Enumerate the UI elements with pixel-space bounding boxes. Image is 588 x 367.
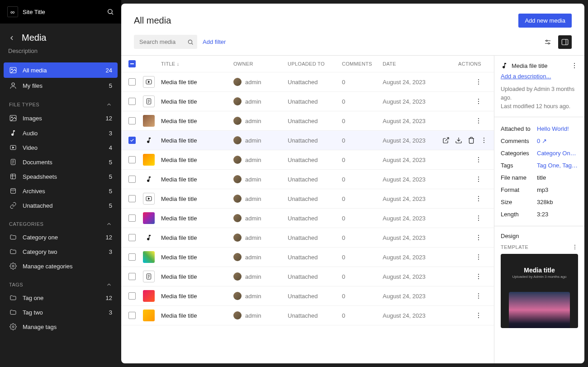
row-title: Media file title xyxy=(161,137,233,144)
sidebar-item-tag-one[interactable]: Tag one12 xyxy=(4,291,118,305)
row-title: Media file title xyxy=(161,215,233,222)
back-icon[interactable] xyxy=(8,34,15,42)
col-owner[interactable]: OWNER xyxy=(233,61,288,67)
sidebar-item-archives[interactable]: Archives5 xyxy=(4,184,118,198)
categories-heading[interactable]: CATEGORIES xyxy=(0,213,121,230)
more-icon[interactable] xyxy=(474,175,483,184)
table-row[interactable]: Media file titleadminUnattached0August 2… xyxy=(121,306,494,325)
search-icon[interactable] xyxy=(107,8,114,15)
sidebar-item-documents[interactable]: Documents5 xyxy=(4,155,118,169)
table-row[interactable]: Media file titleadminUnattached0August 2… xyxy=(121,92,494,111)
search-input[interactable] xyxy=(138,35,187,49)
tags-heading[interactable]: TAGS xyxy=(0,273,121,291)
sidebar-item-audio[interactable]: Audio3 xyxy=(4,126,118,140)
more-icon[interactable] xyxy=(474,155,483,164)
thumbnail xyxy=(143,212,155,224)
table-row[interactable]: Media file titleadminUnattached0August 2… xyxy=(121,72,494,92)
folder-icon xyxy=(9,309,17,316)
row-checkbox[interactable] xyxy=(128,156,136,163)
trash-icon[interactable] xyxy=(467,136,476,145)
more-icon[interactable] xyxy=(474,77,483,86)
row-checkbox[interactable] xyxy=(128,253,136,261)
row-checkbox[interactable] xyxy=(128,176,136,183)
attached-to-link[interactable]: Hello World! xyxy=(537,125,578,132)
svg-point-4 xyxy=(12,83,14,86)
more-icon[interactable] xyxy=(571,62,578,69)
download-icon[interactable] xyxy=(454,136,463,145)
row-checkbox[interactable] xyxy=(128,292,136,300)
avatar xyxy=(233,175,242,183)
more-icon[interactable] xyxy=(572,244,578,250)
table-row[interactable]: Media file titleadminUnattached0August 2… xyxy=(121,228,494,248)
search-field[interactable] xyxy=(134,35,197,49)
more-icon[interactable] xyxy=(474,291,483,300)
more-icon[interactable] xyxy=(474,272,483,281)
panel-toggle-button[interactable] xyxy=(558,35,572,49)
more-icon[interactable] xyxy=(474,194,483,203)
audio-icon xyxy=(9,129,17,137)
table-row[interactable]: Media file titleadminUnattached0August 2… xyxy=(121,150,494,170)
table-row[interactable]: Media file titleadminUnattached0August 2… xyxy=(121,189,494,209)
sidebar-item-video[interactable]: Video4 xyxy=(4,140,118,155)
sidebar-item-unattached[interactable]: Unattached5 xyxy=(4,198,118,213)
sidebar-item-my-files[interactable]: My files5 xyxy=(4,78,118,93)
row-checkbox[interactable] xyxy=(128,117,136,124)
add-description-link[interactable]: Add a description... xyxy=(501,73,551,80)
row-checkbox[interactable] xyxy=(128,137,136,144)
sidebar-item-speadsheets[interactable]: Speadsheets5 xyxy=(4,169,118,184)
avatar xyxy=(233,292,242,300)
categories-link[interactable]: Category One, Cat... xyxy=(537,150,578,157)
sidebar-item-tag-two[interactable]: Tag two3 xyxy=(4,305,118,319)
add-filter-link[interactable]: Add filter xyxy=(203,38,226,45)
more-icon[interactable] xyxy=(479,136,488,145)
comments-link[interactable]: 0 ↗ xyxy=(537,138,578,144)
tags-link[interactable]: Tag One, Tag Two,... xyxy=(537,162,578,169)
col-comments[interactable]: COMMENTS xyxy=(342,61,383,67)
more-icon[interactable] xyxy=(474,233,483,242)
col-uploaded-to[interactable]: UPLOADED TO xyxy=(288,61,342,67)
select-all-checkbox[interactable] xyxy=(128,60,136,67)
more-icon[interactable] xyxy=(474,214,483,223)
thumbnail xyxy=(143,115,155,127)
col-date[interactable]: DATE xyxy=(383,61,441,67)
sidebar-item-category-two[interactable]: Category two3 xyxy=(4,244,118,259)
more-icon[interactable] xyxy=(474,253,483,262)
table-row[interactable]: Media file titleadminUnattached0August 2… xyxy=(121,267,494,286)
row-checkbox[interactable] xyxy=(128,195,136,202)
row-checkbox[interactable] xyxy=(128,214,136,222)
avatar xyxy=(233,117,242,125)
more-icon[interactable] xyxy=(474,116,483,125)
settings-icon[interactable] xyxy=(541,35,555,49)
open-icon[interactable] xyxy=(441,136,450,145)
modified-meta: Last modified 12 hours ago. xyxy=(501,102,578,111)
col-title[interactable]: TITLE ↓ xyxy=(161,61,233,67)
row-checkbox[interactable] xyxy=(128,98,136,105)
row-checkbox[interactable] xyxy=(128,78,136,86)
sidebar-item-all-media[interactable]: All media24 xyxy=(4,62,118,78)
svg-point-60 xyxy=(478,215,479,216)
add-new-media-button[interactable]: Add new media xyxy=(518,14,572,28)
table-row[interactable]: Media file titleadminUnattached0August 2… xyxy=(121,131,494,150)
svg-point-53 xyxy=(478,179,479,180)
table-row[interactable]: Media file titleadminUnattached0August 2… xyxy=(121,209,494,228)
file-types-heading[interactable]: FILE TYPES xyxy=(0,93,121,110)
sidebar-item-images[interactable]: Images12 xyxy=(4,110,118,126)
site-logo[interactable]: ∞ Site Title xyxy=(7,6,45,17)
details-panel: Media file title Add a description... Up… xyxy=(494,56,584,363)
main-panel: All media Add new media Add filter TITLE… xyxy=(121,4,584,363)
template-preview[interactable]: Media title Uploaded by Admin 3 months a… xyxy=(501,254,578,328)
more-icon[interactable] xyxy=(474,97,483,106)
avatar xyxy=(233,214,242,222)
row-checkbox[interactable] xyxy=(128,312,136,319)
row-checkbox[interactable] xyxy=(128,234,136,241)
row-checkbox[interactable] xyxy=(128,273,136,280)
table-row[interactable]: Media file titleadminUnattached0August 2… xyxy=(121,170,494,189)
more-icon[interactable] xyxy=(474,311,483,320)
sidebar-item-manage-categories[interactable]: Manage categories xyxy=(4,259,118,273)
table-row[interactable]: Media file titleadminUnattached0August 2… xyxy=(121,286,494,306)
table-row[interactable]: Media file titleadminUnattached0August 2… xyxy=(121,248,494,267)
table-row[interactable]: Media file titleadminUnattached0August 2… xyxy=(121,111,494,131)
sidebar-item-manage-tags[interactable]: Manage tags xyxy=(4,319,118,334)
svg-point-49 xyxy=(478,157,479,158)
sidebar-item-category-one[interactable]: Category one12 xyxy=(4,230,118,244)
